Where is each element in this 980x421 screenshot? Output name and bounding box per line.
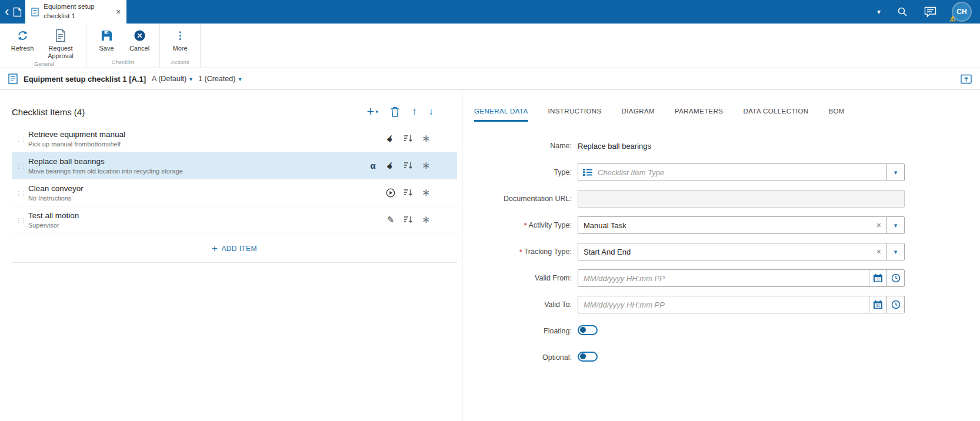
request-approval-button[interactable]: Request Approval [39,28,82,59]
clear-icon[interactable]: × [871,220,886,230]
valid-to-label-text: Valid To: [544,300,572,309]
refresh-label: Refresh [11,45,34,52]
refresh-button[interactable]: Refresh [6,28,39,52]
activity-type-dropdown-button[interactable]: ▾ [886,217,904,233]
plus-icon: + [212,243,218,253]
chevron-down-icon: ▾ [894,169,898,176]
clear-icon[interactable]: × [871,247,886,256]
detail-tabs: GENERAL DATA INSTRUCTIONS DIAGRAM PARAME… [473,108,980,122]
chat-icon[interactable] [924,6,936,18]
checklist-title: Checklist Items (4) [12,107,85,117]
valid-from-time-button[interactable] [886,270,904,286]
type-dropdown-button[interactable]: ▾ [886,164,904,181]
revision-dropdown[interactable]: A (Default) ▾ [152,75,192,83]
topbar-chevron-down-icon[interactable]: ▾ [877,8,881,16]
status-dropdown[interactable]: 1 (Created) ▾ [198,75,241,83]
play-icon[interactable] [385,188,396,198]
floating-control [578,325,905,338]
floating-toggle[interactable] [578,325,598,335]
topbar-right: ▾ CH ⚠ [877,0,980,24]
more-button[interactable]: ⋮ More [164,28,196,52]
tracking-type-control: × ▾ [578,243,905,260]
cancel-label: Cancel [129,45,149,52]
manual-action-icon[interactable]: ☛ [385,161,396,171]
sort-icon[interactable] [403,162,414,169]
asterisk-icon[interactable]: ∗ [421,132,431,145]
row-title: Replace ball bearings [28,157,368,166]
move-up-button[interactable]: ↑ [412,106,417,118]
form-row-optional: Optional: [473,349,980,366]
floating-label: Floating: [473,327,578,335]
form-row-activity-type: * Activity Type: × ▾ [473,216,980,234]
type-input[interactable] [592,164,886,181]
checklist-header: Checklist Items (4) + ▾ ↑ ↓ [12,105,457,118]
tab-general-data[interactable]: GENERAL DATA [474,108,528,122]
ribbon-group-label-actions: Actions [164,58,196,68]
row-text: Retrieve equipment manual Pick up manual… [28,130,385,148]
checklist-row-selected[interactable]: ⋮⋮ Replace ball bearings Move bearings f… [12,152,457,179]
drag-handle-icon[interactable]: ⋮⋮ [16,216,25,223]
sort-icon[interactable] [403,189,414,196]
tab-parameters[interactable]: PARAMETERS [675,108,723,122]
drag-handle-icon[interactable]: ⋮⋮ [16,162,25,169]
save-button[interactable]: Save [90,28,123,52]
tracking-type-input[interactable] [578,243,871,260]
form-row-name: Name: Replace ball bearings [473,137,980,155]
valid-to-calendar-button[interactable]: 31 [869,296,886,313]
svg-text:31: 31 [876,277,881,281]
open-tab[interactable]: Equipment setup checklist 1 × [25,0,126,24]
alpha-icon[interactable]: α [368,161,378,171]
open-panel-icon[interactable] [961,74,972,84]
type-control: ▾ [578,163,905,181]
asterisk-icon[interactable]: ∗ [421,213,431,226]
clock-icon [891,300,901,309]
search-icon[interactable] [897,6,908,17]
tracking-type-dropdown-button[interactable]: ▾ [886,243,904,260]
name-label-text: Name: [550,142,572,150]
checklist-row[interactable]: ⋮⋮ Retrieve equipment manual Pick up man… [12,125,457,152]
valid-from-label: Valid From: [473,274,578,282]
type-label-text: Type: [554,168,572,176]
tracking-type-label: * Tracking Type: [473,248,578,256]
asterisk-icon[interactable]: ∗ [421,159,431,172]
asterisk-icon[interactable]: ∗ [421,186,431,199]
add-item-label: ADD ITEM [221,245,257,253]
tab-diagram[interactable]: DIAGRAM [622,108,655,122]
checklist-rows: ⋮⋮ Retrieve equipment manual Pick up man… [12,125,457,233]
valid-to-time-button[interactable] [886,296,904,313]
tab-bom[interactable]: BOM [828,108,844,122]
optional-toggle[interactable] [578,352,598,362]
row-icons: α ☛ ∗ [368,159,431,172]
ribbon-group-checklist: Save Cancel Checklist [86,24,160,68]
sort-icon[interactable] [403,216,414,223]
manual-action-icon[interactable]: ☛ [385,133,396,144]
drag-handle-icon[interactable]: ⋮⋮ [16,135,25,142]
add-item-button[interactable]: + ADD ITEM [212,243,257,253]
valid-from-calendar-button[interactable]: 31 [869,270,886,286]
status-label: 1 (Created) [198,75,235,83]
edit-icon[interactable]: ✎ [385,215,396,225]
optional-label-text: Optional: [542,353,572,362]
list-icon [578,168,592,176]
valid-to-input[interactable] [578,296,869,313]
ribbon-group-actions: ⋮ More Actions [160,24,201,68]
back-chevron-icon[interactable]: ‹ [5,5,9,18]
checklist-row[interactable]: ⋮⋮ Test all motion Supervisor ✎ ∗ [12,206,457,233]
sort-icon[interactable] [403,135,414,142]
cancel-button[interactable]: Cancel [123,28,156,52]
drag-handle-icon[interactable]: ⋮⋮ [16,189,25,196]
avatar[interactable]: CH ⚠ [953,3,971,21]
activity-type-input[interactable] [578,217,871,233]
documentation-url-input[interactable] [578,191,904,207]
add-item-dropdown-button[interactable]: + ▾ [367,105,378,118]
tab-close-icon[interactable]: × [116,7,121,16]
tab-data-collection[interactable]: DATA COLLECTION [743,108,808,122]
move-down-button[interactable]: ↓ [429,106,434,118]
plus-chevron-down-icon: ▾ [375,109,378,115]
valid-from-input[interactable] [578,270,869,286]
delete-item-button[interactable] [390,106,400,117]
checklist-row[interactable]: ⋮⋮ Clean conveyor No Instructions ∗ [12,179,457,206]
tab-instructions[interactable]: INSTRUCTIONS [548,108,602,122]
type-label: Type: [473,168,578,176]
request-approval-icon [55,28,66,43]
